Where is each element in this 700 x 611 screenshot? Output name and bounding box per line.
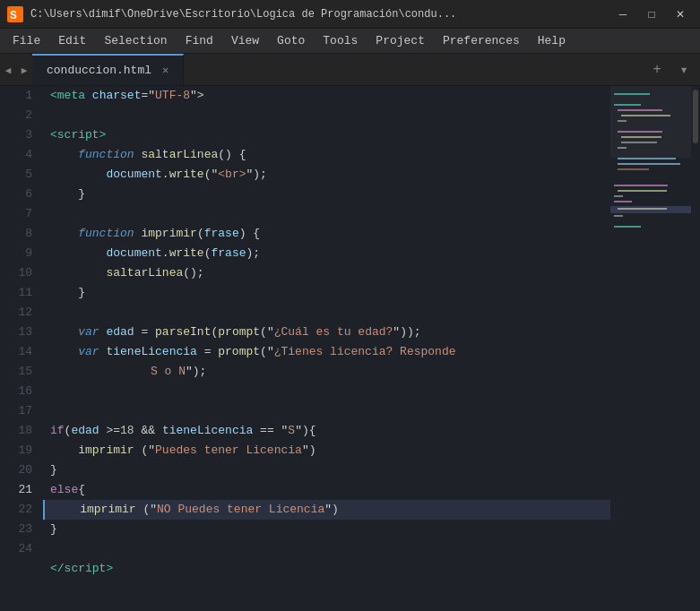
menu-item-preferences[interactable]: Preferences: [434, 30, 529, 51]
code-line-18: imprimir ("Puedes tener Licencia"): [43, 441, 610, 460]
line-number-10: 10: [0, 263, 43, 283]
svg-rect-17: [618, 163, 680, 165]
vertical-scrollbar[interactable]: [691, 86, 700, 611]
code-line-10: saltarLinea();: [43, 263, 610, 283]
editor-area: 123456789101112131415161718192021222324 …: [0, 86, 700, 611]
line-number-23: 23: [0, 520, 43, 539]
tab-conduccion[interactable]: conduccion.html ✕: [32, 54, 184, 85]
line-number-8: 8: [0, 224, 43, 244]
svg-rect-11: [618, 131, 662, 133]
menu-item-selection[interactable]: Selection: [95, 30, 176, 51]
menu-item-file[interactable]: File: [4, 30, 49, 51]
line-number-24: 24: [0, 539, 43, 559]
code-line-6: }: [43, 185, 610, 204]
menu-item-edit[interactable]: Edit: [49, 30, 95, 51]
svg-rect-27: [614, 215, 623, 217]
new-tab-button[interactable]: +: [644, 57, 670, 82]
code-line-8: function imprimir(frase) {: [43, 224, 610, 244]
svg-rect-26: [618, 208, 667, 210]
svg-rect-16: [618, 158, 676, 159]
svg-rect-23: [614, 195, 623, 197]
code-line-14: var tieneLicencia = prompt("¿Tienes lice…: [43, 342, 610, 362]
svg-rect-9: [618, 120, 627, 122]
line-number-9: 9: [0, 244, 43, 263]
code-line-1: <meta charset="UTF-8">: [43, 86, 610, 106]
code-line-14b: S o N");: [43, 362, 610, 382]
menu-item-view[interactable]: View: [222, 30, 268, 51]
line-number-15: 15: [0, 362, 43, 382]
code-line-3: <script>: [43, 125, 610, 145]
line-number-11: 11: [0, 283, 43, 303]
line-number-22: 22: [0, 500, 43, 520]
svg-rect-8: [621, 115, 670, 116]
svg-rect-21: [614, 185, 668, 186]
line-number-5: 5: [0, 165, 43, 185]
line-number-1: 1: [0, 86, 43, 106]
minimize-button[interactable]: ─: [610, 5, 635, 23]
line-number-12: 12: [0, 303, 43, 323]
line-number-13: 13: [0, 323, 43, 342]
svg-rect-13: [621, 142, 657, 143]
line-number-20: 20: [0, 460, 43, 480]
code-line-11: }: [43, 283, 610, 303]
menu-item-tools[interactable]: Tools: [314, 30, 367, 51]
code-editor[interactable]: <meta charset="UTF-8"> <script> function…: [43, 86, 610, 611]
line-number-16: 16: [0, 382, 43, 401]
code-line-24: </script>: [43, 559, 610, 579]
svg-rect-12: [621, 136, 661, 138]
line-numbers: 123456789101112131415161718192021222324: [0, 86, 43, 611]
code-line-23: [43, 539, 610, 559]
menu-item-help[interactable]: Help: [529, 30, 575, 51]
line-number-4: 4: [0, 145, 43, 165]
menu-item-goto[interactable]: Goto: [268, 30, 314, 51]
code-line-16: [43, 401, 610, 421]
code-line-13: var edad = parseInt(prompt("¿Cuál es tu …: [43, 323, 610, 342]
close-button[interactable]: ✕: [668, 5, 693, 23]
code-line-4: function saltarLinea() {: [43, 145, 610, 165]
svg-rect-7: [618, 109, 662, 111]
tab-bar: ◀ ▶ conduccion.html ✕ + ▾: [0, 54, 700, 86]
code-line-20: else{: [43, 480, 610, 500]
line-number-18: 18: [0, 421, 43, 441]
svg-rect-4: [614, 93, 650, 95]
tab-label: conduccion.html: [47, 64, 151, 77]
line-number-19: 19: [0, 441, 43, 460]
maximize-button[interactable]: □: [639, 5, 664, 23]
tab-nav-left[interactable]: ◀: [0, 54, 16, 86]
svg-rect-22: [618, 190, 667, 192]
svg-rect-24: [614, 201, 632, 202]
tab-overflow-button[interactable]: ▾: [671, 57, 696, 82]
window-controls: ─ □ ✕: [610, 5, 693, 23]
tab-actions: + ▾: [644, 54, 700, 85]
code-line-21: imprimir ("NO Puedes tener Licencia"): [43, 500, 610, 520]
code-line-7: [43, 204, 610, 224]
line-number-17: 17: [0, 401, 43, 421]
svg-rect-29: [614, 226, 641, 228]
tab-nav-right[interactable]: ▶: [16, 54, 32, 86]
tab-list: conduccion.html ✕: [32, 54, 644, 85]
line-number-2: 2: [0, 106, 43, 125]
window-title: C:\Users\dimif\OneDrive\Escritorio\Logic…: [30, 8, 610, 21]
line-number-3: 3: [0, 125, 43, 145]
code-line-12: [43, 303, 610, 323]
code-line-15: [43, 382, 610, 401]
sublime-icon: S: [7, 6, 23, 22]
code-line-17: if(edad >=18 && tieneLicencia == "S"){: [43, 421, 610, 441]
menu-bar: FileEditSelectionFindViewGotoToolsProjec…: [0, 29, 700, 54]
minimap: [610, 86, 691, 611]
code-line-5: document.write("<br>");: [43, 165, 610, 185]
scrollbar-thumb[interactable]: [693, 90, 698, 143]
menu-item-project[interactable]: Project: [367, 30, 434, 51]
tab-close-button[interactable]: ✕: [159, 62, 172, 79]
menu-item-find[interactable]: Find: [177, 30, 222, 51]
svg-rect-14: [618, 147, 627, 149]
line-number-6: 6: [0, 185, 43, 204]
svg-text:S: S: [10, 9, 17, 22]
code-line-2: [43, 106, 610, 125]
line-number-21: 21: [0, 480, 43, 500]
code-line-19: }: [43, 460, 610, 480]
title-bar: S C:\Users\dimif\OneDrive\Escritorio\Log…: [0, 0, 700, 29]
line-number-7: 7: [0, 204, 43, 224]
code-line-9: document.write(frase);: [43, 244, 610, 263]
svg-rect-6: [614, 104, 641, 106]
